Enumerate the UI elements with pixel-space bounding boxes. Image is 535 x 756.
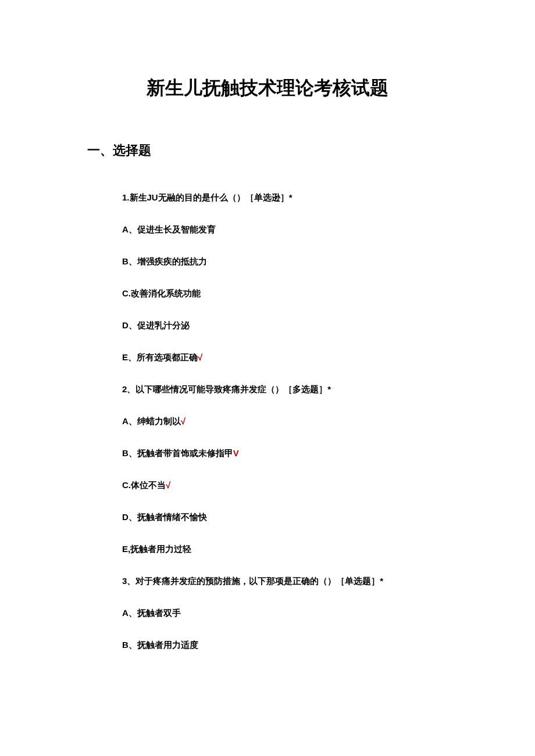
line-1: A、促进生长及智能发育 — [122, 223, 448, 235]
line-3: C.改善消化系统功能 — [122, 287, 448, 299]
line-3-text: C.改善消化系统功能 — [122, 288, 201, 298]
line-5-check: √ — [198, 352, 202, 362]
line-7-text: A、绅蜡力制以 — [122, 416, 181, 426]
line-0: 1.新生JU无融的目的是什么（）［单选逊］* — [122, 191, 448, 203]
line-9-check: √ — [166, 480, 170, 490]
line-0-text: 1.新生JU无融的目的是什么（）［单选逊］* — [122, 192, 293, 202]
line-9: C.体位不当√ — [122, 479, 448, 491]
line-4-text: D、促进乳汁分泌 — [122, 320, 190, 330]
page-title: 新生儿抚触技术理论考核试题 — [87, 76, 448, 101]
line-12-text: 3、对于疼痛并发症的预防措施，以下那项是正确的（）［单选题］* — [122, 576, 383, 586]
line-6-text: 2、以下哪些情况可能导致疼痛并发症（）［多选题］* — [122, 384, 331, 394]
line-10: D、抚触者情绪不愉快 — [122, 511, 448, 523]
line-13-text: A、抚触者双手 — [122, 608, 181, 618]
question-content: 1.新生JU无融的目的是什么（）［单选逊］* A、促进生长及智能发育 B、增强疾… — [87, 191, 448, 651]
line-14-text: B、抚触者用力适度 — [122, 640, 198, 650]
section-header: 一、选择题 — [87, 142, 448, 159]
line-13: A、抚触者双手 — [122, 607, 448, 619]
line-4: D、促进乳汁分泌 — [122, 319, 448, 331]
line-9-text: C.体位不当 — [122, 480, 166, 490]
line-11-text: E,抚触者用力过轻 — [122, 544, 191, 554]
line-14: B、抚触者用力适度 — [122, 639, 448, 651]
line-10-text: D、抚触者情绪不愉快 — [122, 512, 207, 522]
line-6: 2、以下哪些情况可能导致疼痛并发症（）［多选题］* — [122, 383, 448, 395]
line-5-text: E、所有选项都正确 — [122, 352, 198, 362]
line-5: E、所有选项都正确√ — [122, 351, 448, 363]
line-12: 3、对于疼痛并发症的预防措施，以下那项是正确的（）［单选题］* — [122, 575, 448, 587]
line-2-text: B、增强疾疾的抵抗力 — [122, 256, 207, 266]
line-8-text: B、抚触者带首饰或未修指甲 — [122, 448, 233, 458]
line-1-text: A、促进生长及智能发育 — [122, 224, 216, 234]
line-7-check: √ — [181, 416, 186, 426]
line-8: B、抚触者带首饰或未修指甲V — [122, 447, 448, 459]
line-7: A、绅蜡力制以√ — [122, 415, 448, 427]
line-8-check: V — [233, 448, 239, 458]
line-11: E,抚触者用力过轻 — [122, 543, 448, 555]
line-2: B、增强疾疾的抵抗力 — [122, 255, 448, 267]
